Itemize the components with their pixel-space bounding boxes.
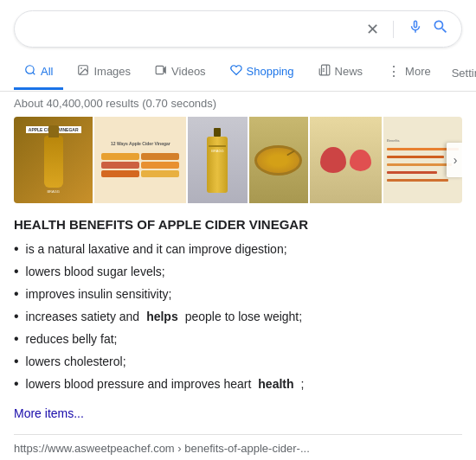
tab-videos[interactable]: Videos <box>145 55 216 90</box>
snippet-item-4: increases satiety and helps people to lo… <box>14 308 462 326</box>
svg-line-1 <box>33 73 35 75</box>
snippet-item-2: lowers blood sugar levels; <box>14 263 462 281</box>
results-count-text: About 40,400,000 results (0.70 seconds) <box>14 97 216 110</box>
search-bar: apple cider vinegar benefits ✕ <box>14 10 462 48</box>
tab-shopping-label: Shopping <box>247 65 294 78</box>
snippet-list: is a natural laxative and it can improve… <box>14 240 462 393</box>
clear-icon[interactable]: ✕ <box>366 22 379 37</box>
news-icon <box>318 64 331 79</box>
snippet-item-3-text: improves insulin sensitivity; <box>26 285 172 303</box>
svg-rect-4 <box>156 66 164 73</box>
search-icon-group: ✕ <box>366 18 449 40</box>
snippet-item-4-text-before: increases satiety and <box>26 308 140 326</box>
image-cell-4[interactable] <box>249 117 308 203</box>
settings-link[interactable]: Settings <box>445 58 476 88</box>
search-result-1: https://www.asweetpeachef.com › benefits… <box>14 434 462 460</box>
shopping-icon <box>230 64 242 79</box>
tab-images[interactable]: Images <box>67 55 141 90</box>
tab-all[interactable]: All <box>14 55 63 90</box>
nav-tabs: All Images Videos Shopping News ⋮ More S… <box>0 54 476 92</box>
tab-shopping[interactable]: Shopping <box>220 55 305 90</box>
tab-images-label: Images <box>93 65 131 78</box>
snippet-item-2-text: lowers blood sugar levels; <box>26 263 165 281</box>
snippet-item-5-text: reduces belly fat; <box>26 330 118 348</box>
image-strip-container: APPLE CIDER VINEGAR BRAGG 12 Ways Apple … <box>14 117 462 203</box>
images-icon <box>77 64 89 79</box>
videos-icon <box>155 64 167 79</box>
svg-point-0 <box>26 66 34 73</box>
result-url-path: › benefits-of-apple-cider-... <box>175 442 310 455</box>
image-strip: APPLE CIDER VINEGAR BRAGG 12 Ways Apple … <box>14 117 462 203</box>
image-cell-2[interactable]: 12 Ways Apple Cider Vinegar <box>94 117 186 203</box>
voice-icon[interactable] <box>408 19 423 39</box>
nav-right: Settings Tools <box>445 58 476 88</box>
results-info: About 40,400,000 results (0.70 seconds) <box>0 92 476 117</box>
snippet-item-1-text: is a natural laxative and it can improve… <box>26 240 287 259</box>
featured-snippet: HEALTH BENEFITS OF APPLE CIDER VINEGAR i… <box>14 214 462 424</box>
image-strip-next-button[interactable]: › <box>447 143 462 177</box>
svg-point-3 <box>81 67 83 69</box>
snippet-item-7: lowers blood pressure and improves heart… <box>14 375 462 393</box>
image-cell-3[interactable]: BRAGG <box>188 117 247 203</box>
search-bar-container: apple cider vinegar benefits ✕ <box>0 0 476 54</box>
search-input[interactable]: apple cider vinegar benefits <box>27 22 366 37</box>
snippet-item-5: reduces belly fat; <box>14 330 462 348</box>
snippet-item-6: lowers cholesterol; <box>14 353 462 371</box>
snippet-title: HEALTH BENEFITS OF APPLE CIDER VINEGAR <box>14 217 462 232</box>
result-url-domain: https://www.asweetpeachef.com <box>14 442 175 455</box>
snippet-item-4-bold: helps <box>146 308 178 326</box>
image-cell-1[interactable]: APPLE CIDER VINEGAR BRAGG <box>14 117 93 203</box>
tab-videos-label: Videos <box>171 65 206 78</box>
image-cell-5[interactable] <box>310 117 382 203</box>
snippet-item-1: is a natural laxative and it can improve… <box>14 240 462 259</box>
tab-all-label: All <box>41 65 53 78</box>
more-dots-icon: ⋮ <box>387 63 401 80</box>
snippet-item-3: improves insulin sensitivity; <box>14 285 462 303</box>
snippet-item-7-bold: health <box>258 375 293 393</box>
tab-more[interactable]: ⋮ More <box>376 54 441 91</box>
next-arrow-icon: › <box>453 153 458 167</box>
snippet-item-7-text-before: lowers blood pressure and improves heart <box>26 375 252 393</box>
snippet-item-7-text-after: ; <box>301 375 305 393</box>
all-icon <box>24 64 36 79</box>
icon-separator <box>393 21 394 38</box>
search-submit-icon[interactable] <box>432 18 449 40</box>
tab-news-label: News <box>335 65 363 78</box>
tab-news[interactable]: News <box>308 55 374 90</box>
result-url: https://www.asweetpeachef.com › benefits… <box>14 442 462 455</box>
result-title[interactable]: 19 Benefits of Drinking Apple Cider Vine… <box>14 457 462 460</box>
snippet-item-4-text-after: people to lose weight; <box>185 308 302 326</box>
more-items-link[interactable]: More items... <box>14 406 84 420</box>
tab-more-label: More <box>405 65 431 78</box>
snippet-item-6-text: lowers cholesterol; <box>26 353 126 371</box>
